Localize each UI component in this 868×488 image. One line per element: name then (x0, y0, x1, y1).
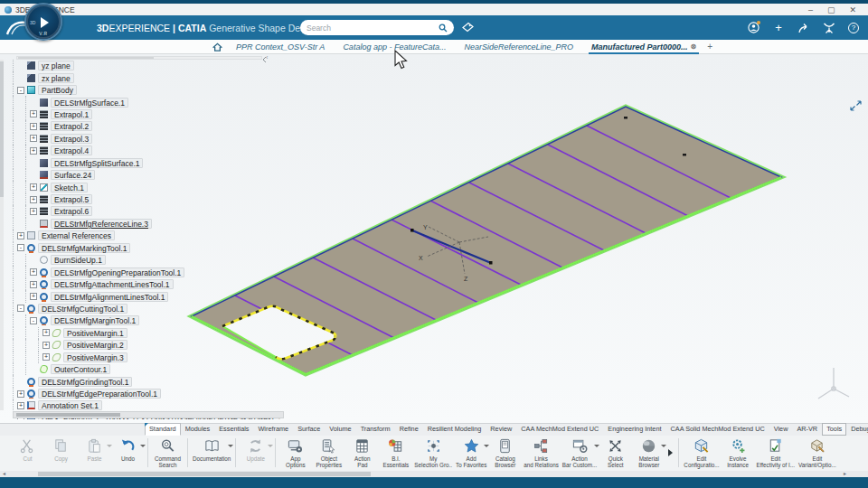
expand-plus-icon[interactable]: + (30, 208, 37, 215)
tree-item-sketch-1[interactable]: +Sketch.1 (9, 181, 280, 192)
tree-item-annotation-set-1[interactable]: +Annotation Set.1 (9, 399, 280, 411)
ribbon-button-material-browser[interactable]: MaterialBrowser (632, 437, 665, 468)
ribbon-button-quick-select[interactable]: QuickSelect (599, 437, 632, 468)
expand-plus-icon[interactable]: + (30, 147, 37, 155)
expand-plus-icon[interactable]: + (30, 110, 37, 117)
dropdown-caret-icon[interactable] (268, 445, 273, 447)
ribbon-button-action-bar-custom[interactable]: ActionBar Custom... (561, 437, 599, 468)
tree-item-delstrmfgopeningpreparationtool-1[interactable]: +DELStrMfgOpeningPreparationTool.1 (9, 266, 280, 277)
tree-item-delstrmfgsurface-1[interactable]: DELStrMfgSurface.1 (9, 96, 280, 108)
close-button[interactable]: ✕ (849, 5, 856, 14)
tree-vertical-scrollbar[interactable] (0, 60, 4, 410)
section-tab-caa-mechmod-extend-uc[interactable]: CAA MechMod Extend UC (516, 423, 603, 436)
tree-item-delstrmfgcuttingtool-1[interactable]: -DELStrMfgCuttingTool.1 (9, 303, 280, 314)
tree-item-extrapol-5[interactable]: +Extrapol.5 (9, 193, 280, 205)
expand-plus-icon[interactable]: + (30, 293, 37, 300)
ribbon-button-edit-variant-optio[interactable]: EditVariant/Optio... (797, 437, 838, 468)
ribbon-button-b-i-essentials[interactable]: B.I.Essentials (379, 437, 412, 468)
expand-plus-icon[interactable]: + (42, 342, 50, 349)
section-tab-refine[interactable]: Refine (395, 423, 423, 436)
tree-item-delstrmfgsplitsurface-1[interactable]: DELStrMfgSplitSurface.1 (9, 157, 280, 169)
tree-item-positivemargin-3[interactable]: +PositiveMargin.3 (9, 352, 280, 363)
expand-plus-icon[interactable]: + (30, 281, 37, 288)
collapse-minus-icon[interactable]: - (17, 305, 24, 312)
section-tab-caa-solid-mechmod-extend-uc[interactable]: CAA Solid MechMod Extend UC (666, 423, 769, 436)
section-tab-tools[interactable]: Tools (822, 423, 846, 436)
share-button[interactable] (797, 22, 810, 34)
close-tab-icon[interactable]: ⊗ (691, 42, 697, 51)
tree-item-delstrmfgattachmentlinestool-1[interactable]: +DELStrMfgAttachmentLinesTool.1 (9, 278, 280, 290)
ribbon-button-object-properties[interactable]: ObjectProperties (312, 437, 345, 468)
tree-item-positivemargin-1[interactable]: +PositiveMargin.1 (9, 327, 280, 339)
user-avatar[interactable] (747, 22, 760, 34)
tag-icon[interactable] (461, 22, 475, 33)
tree-item-delstrmfgreferenceline-3[interactable]: DELStrMfgReferenceLine.3 (9, 218, 280, 230)
maximize-button[interactable]: ▢ (827, 5, 835, 14)
ribbon-button-app-options[interactable]: AppOptions (278, 437, 312, 468)
ribbon-expand-arrow-icon[interactable] (665, 437, 675, 456)
tree-item-surface-24[interactable]: Surface.24 (9, 169, 280, 181)
section-tab-view[interactable]: View (769, 423, 793, 436)
section-tab-surface[interactable]: Surface (293, 423, 325, 436)
tab-catalog-app-featurecata[interactable]: Catalog app - FeatureCata... (343, 42, 446, 52)
ribbon-button-undo[interactable]: Undo (111, 437, 145, 462)
ribbon-button-action-pad[interactable]: ActionPad (345, 437, 379, 468)
tab-manufactured-part0000[interactable]: Manufactured Part0000...⊗ (591, 42, 696, 52)
dropdown-caret-icon[interactable] (140, 445, 146, 447)
section-tab-wireframe[interactable]: Wireframe (253, 423, 293, 436)
tree-item-extrapol-4[interactable]: +Extrapol.4 (9, 145, 280, 156)
expand-plus-icon[interactable]: + (30, 183, 37, 191)
tab-ppr-context-osv-str-a[interactable]: PPR Context_OSV-Str A (236, 42, 325, 52)
compass-badge[interactable]: 3D V.R (24, 3, 62, 41)
tree-item-delstrmfgmarkingtool-1[interactable]: -DELStrMfgMarkingTool.1 (9, 242, 280, 254)
ribbon-button-edit-effectivity-of-i[interactable]: EditEffectivity of I... (755, 437, 797, 468)
collapse-minus-icon[interactable]: - (17, 87, 24, 94)
expand-plus-icon[interactable]: + (17, 390, 24, 398)
action-bar-scrollbar[interactable]: ◂ ▸ (0, 471, 868, 477)
robot-axis-triad[interactable] (818, 368, 849, 399)
tree-horizontal-scrollbar[interactable] (13, 411, 284, 418)
tree-item-external-references[interactable]: +External References (9, 230, 280, 241)
expand-plus-icon[interactable]: + (30, 135, 37, 142)
minimize-button[interactable]: – (808, 5, 813, 14)
3ds-compass-user-icon[interactable] (823, 22, 835, 34)
tree-item-positivemargin-2[interactable]: +PositiveMargin.2 (9, 339, 280, 351)
expand-plus-icon[interactable]: + (30, 123, 37, 130)
section-tab-modules[interactable]: Modules (181, 423, 215, 436)
scroll-right-arrow-icon[interactable]: ▸ (844, 471, 846, 477)
dropdown-caret-icon[interactable] (228, 445, 233, 447)
tree-item-zx-plane[interactable]: zx plane (9, 71, 280, 83)
search-icon[interactable] (439, 23, 448, 33)
section-tab-standard[interactable]: Standard (145, 423, 181, 436)
section-tab-essentials[interactable]: Essentials (214, 423, 253, 436)
ribbon-button-my-selection-gro[interactable]: MySelection Gro.. (412, 437, 454, 468)
collapse-minus-icon[interactable]: - (30, 317, 37, 324)
tree-item-delstrmfgalignmentlinestool-1[interactable]: +DELStrMfgAlignmentLinesTool.1 (9, 290, 280, 302)
viewport-expand-icon[interactable] (850, 100, 862, 111)
tree-item-delstrmfggrindingtool-1[interactable]: DELStrMfgGrindingTool.1 (9, 375, 280, 387)
ribbon-button-edit-configuratio[interactable]: EditConfiguratio... (682, 437, 721, 468)
section-tab-debug[interactable]: Debug (846, 423, 868, 436)
ribbon-button-add-to-favorites[interactable]: AddTo Favorites (454, 437, 488, 468)
scroll-left-arrow-icon[interactable]: ◂ (3, 471, 5, 477)
tree-item-extrapol-3[interactable]: +Extrapol.3 (9, 133, 280, 145)
help-button[interactable]: ? (848, 23, 859, 33)
tree-item-partbody[interactable]: -PartBody (9, 84, 280, 96)
ribbon-button-catalog-browser[interactable]: CatalogBrowser (488, 437, 522, 468)
section-tab-ar-vr[interactable]: AR-VR (792, 423, 822, 436)
search-input[interactable]: Search (300, 20, 454, 35)
tree-item-extrapol-2[interactable]: +Extrapol.2 (9, 120, 280, 132)
ribbon-button-evolve-instance[interactable]: EvolveInstance (722, 437, 755, 468)
ribbon-button-links-and-relations[interactable]: Linksand Relations (522, 437, 561, 468)
tree-item-delstrmfgmargintool-1[interactable]: -DELStrMfgMarginTool.1 (9, 314, 280, 326)
tree-item-extrapol-6[interactable]: +Extrapol.6 (9, 205, 280, 217)
section-tab-engineering-intent[interactable]: Engineering Intent (603, 423, 665, 436)
expand-plus-icon[interactable]: + (30, 268, 37, 276)
tree-item-burnsideup-1[interactable]: BurnSideUp.1 (9, 254, 280, 266)
ribbon-button-command-search[interactable]: CommandSearch (151, 437, 184, 468)
expand-plus-icon[interactable]: + (17, 402, 24, 409)
expand-plus-icon[interactable]: + (42, 329, 50, 336)
section-tab-transform[interactable]: Transform (356, 423, 395, 436)
dropdown-caret-icon[interactable] (661, 445, 666, 447)
tree-item-extrapol-1[interactable]: +Extrapol.1 (9, 108, 280, 120)
